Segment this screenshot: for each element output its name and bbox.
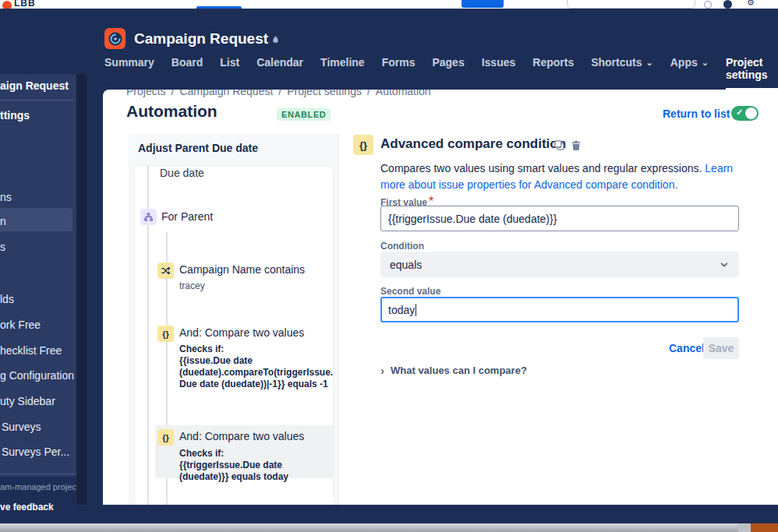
breadcrumb: Projects/Campaign Request/Project settin…	[126, 90, 431, 97]
tab-project-settings[interactable]: Project settings	[726, 56, 778, 90]
compare-help-expander[interactable]: › What values can I compare?	[380, 365, 527, 376]
chevron-right-icon: ›	[380, 366, 384, 375]
rule-name: Adjust Parent Due date	[138, 142, 258, 154]
sidebar-item-project-name[interactable]: aign Request	[0, 79, 69, 92]
chevron-down-icon	[719, 259, 730, 270]
sidebar-item[interactable]: ork Free	[0, 319, 41, 331]
second-value-label: Second value	[380, 286, 440, 297]
sidebar-item[interactable]: ns	[0, 191, 12, 203]
avatar[interactable]	[723, 0, 732, 9]
breadcrumb-separator: /	[367, 90, 370, 97]
compare-step-title[interactable]: And: Compare two values	[179, 326, 304, 339]
duplicate-icon[interactable]	[553, 139, 565, 154]
detail-panel-title: Advanced compare condition	[380, 136, 566, 152]
second-value-input[interactable]: today	[380, 297, 739, 322]
project-avatar-glyph	[108, 31, 123, 47]
browser-search-input[interactable]	[567, 0, 695, 9]
screen: LBB ⚙ Campaign Request Summary Board Lis…	[0, 0, 778, 532]
sidebar-gutter[interactable]	[76, 74, 87, 505]
project-avatar	[104, 28, 126, 49]
settings-sidebar: aign Request ttings ns n s lds ork Free …	[0, 74, 76, 477]
trigger-step-subtitle[interactable]: Due date	[160, 167, 204, 179]
tab-calendar[interactable]: Calendar	[256, 56, 303, 76]
tab-timeline[interactable]: Timeline	[320, 56, 365, 76]
sidebar-active-item-highlight	[0, 208, 72, 231]
status-badge: ENABLED	[277, 108, 331, 121]
description-text: Compares two values using smart values a…	[380, 162, 705, 174]
sidebar-footer-divider	[0, 474, 76, 474]
tab-summary[interactable]: Summary	[104, 56, 154, 76]
return-to-list-link[interactable]: Return to list	[663, 107, 730, 120]
breadcrumb-automation: Automation	[376, 90, 431, 97]
braces-icon: {}	[359, 139, 367, 151]
condition-select[interactable]: equals	[380, 252, 739, 277]
project-nav-tabs: Summary Board List Calendar Timeline For…	[104, 56, 778, 90]
taskbar-segment	[738, 523, 751, 532]
project-title: Campaign Request	[134, 30, 268, 48]
sidebar-item[interactable]: s	[0, 241, 5, 253]
breadcrumb-separator: /	[278, 90, 281, 97]
breadcrumb-settings[interactable]: Project settings	[287, 90, 362, 97]
browser-logo-icon	[2, 1, 12, 9]
chevron-down-icon: ⌄	[646, 58, 653, 66]
tab-apps[interactable]: Apps⌄	[670, 56, 709, 76]
condition-step-title[interactable]: Campaign Name contains	[179, 263, 305, 276]
compare-step-title-selected[interactable]: And: Compare two values	[179, 430, 304, 442]
sidebar-item-automation[interactable]: n	[0, 215, 6, 227]
tab-forms[interactable]: Forms	[382, 56, 416, 76]
browser-logo-text: LBB	[14, 0, 36, 9]
compare-step-value-selected[interactable]: {{triggerIssue.Due date (duedate)}} equa…	[179, 460, 334, 483]
sidebar-item-settings-header[interactable]: ttings	[0, 109, 30, 122]
tab-pages[interactable]: Pages	[432, 56, 464, 76]
rule-enabled-toggle[interactable]: ✓	[731, 106, 759, 121]
compare-step-icon[interactable]: {}	[157, 326, 174, 342]
tab-issues[interactable]: Issues	[482, 56, 516, 76]
delete-icon[interactable]	[571, 139, 582, 154]
compare-step-value[interactable]: {{issue.Due date (duedate).compareTo(tri…	[179, 355, 334, 391]
breadcrumb-separator: /	[172, 90, 175, 97]
breadcrumb-project[interactable]: Campaign Request	[179, 90, 273, 97]
sidebar-item[interactable]: Surveys Per...	[2, 446, 69, 458]
save-button[interactable]: Save	[703, 337, 739, 359]
advanced-compare-icon: {}	[353, 135, 373, 155]
branch-step-title[interactable]: For Parent	[161, 210, 213, 223]
braces-icon: {}	[162, 329, 169, 339]
breadcrumb-projects[interactable]: Projects	[126, 90, 166, 97]
condition-step-icon[interactable]	[157, 262, 174, 279]
content-card: Projects/Campaign Request/Project settin…	[103, 90, 778, 505]
tab-reports[interactable]: Reports	[532, 56, 574, 76]
tab-shortcuts[interactable]: Shortcuts⌄	[591, 56, 653, 76]
sidebar-item[interactable]: uty Sidebar	[0, 395, 55, 407]
toggle-knob	[745, 107, 757, 119]
compare-step-icon-selected[interactable]: {}	[157, 429, 174, 446]
gear-icon[interactable]: ⚙	[747, 0, 755, 8]
detail-description: Compares two values using smart values a…	[380, 160, 743, 193]
browser-bar: LBB ⚙	[0, 0, 778, 9]
sidebar-item[interactable]: Surveys	[2, 421, 41, 433]
taskbar-strip	[0, 523, 778, 532]
shuffle-icon	[161, 266, 171, 276]
first-value-input[interactable]: {{triggerIssue.Due date (duedate)}}	[380, 206, 739, 231]
browser-primary-button[interactable]	[461, 0, 504, 8]
sidebar-item-fields[interactable]: lds	[0, 293, 14, 305]
sidebar-item[interactable]: g Configuration	[0, 369, 74, 382]
tab-board[interactable]: Board	[172, 56, 203, 76]
check-icon: ✓	[736, 107, 743, 118]
rule-flow-panel: Adjust Parent Due date Due date For Pare…	[129, 134, 338, 505]
sidebar-footer-note: am-managed project	[0, 482, 79, 491]
hierarchy-icon	[143, 212, 154, 222]
braces-icon: {}	[162, 433, 169, 442]
page-title: Automation	[126, 102, 217, 121]
branch-step-icon[interactable]	[140, 209, 157, 225]
give-feedback-link[interactable]: ve feedback	[0, 502, 54, 513]
condition-step-subtitle[interactable]: tracey	[179, 280, 205, 291]
help-icon[interactable]	[704, 1, 712, 9]
ink-drop-icon[interactable]	[271, 34, 281, 45]
sidebar-item[interactable]: hecklist Free	[0, 344, 62, 357]
checks-if-label: Checks if:	[179, 344, 224, 354]
browser-active-tab-indicator	[196, 6, 242, 9]
taskbar-orange-block[interactable]	[751, 523, 778, 532]
sidebar-divider	[0, 100, 74, 100]
condition-label: Condition	[380, 241, 424, 252]
tab-list[interactable]: List	[220, 56, 239, 76]
